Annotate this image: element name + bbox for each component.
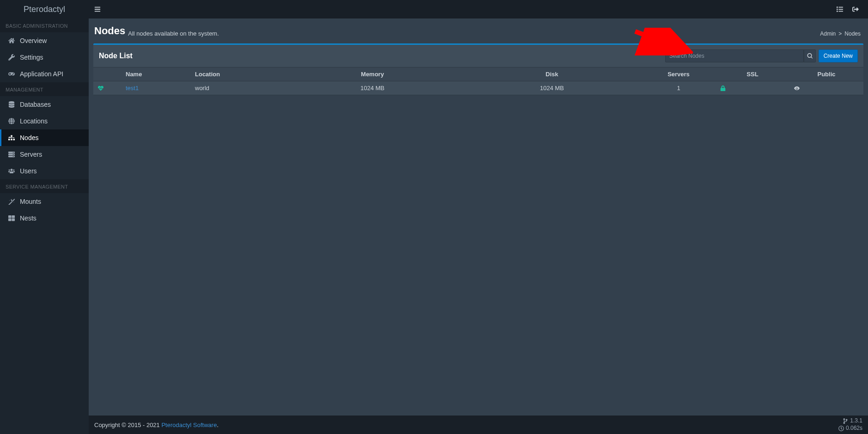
cell-status: [93, 81, 121, 95]
sidebar: BASIC ADMINISTRATION Overview Settings A…: [0, 18, 89, 434]
search-icon: [807, 53, 813, 59]
breadcrumb-sep: >: [838, 31, 842, 37]
footer-right: 1.3.1 0.062s: [838, 417, 862, 432]
sitemap-icon: [8, 134, 15, 141]
list-alt-icon[interactable]: [837, 6, 843, 12]
cell-public: [789, 81, 863, 95]
page-title: Nodes: [94, 25, 125, 37]
sidebar-item-label: Nodes: [20, 134, 38, 141]
heartbeat-icon: [98, 86, 116, 91]
cell-servers: 1: [642, 81, 716, 95]
th-servers: Servers: [642, 67, 716, 81]
table-row: test1 world 1024 MB 1024 MB 1: [93, 81, 863, 95]
sidebar-item-label: Nests: [20, 214, 36, 222]
sidebar-item-locations[interactable]: Locations: [0, 113, 89, 129]
search-input[interactable]: [665, 49, 804, 62]
sidebar-item-label: Overview: [20, 37, 47, 44]
sidebar-item-label: Settings: [20, 54, 43, 61]
cell-disk: 1024 MB: [462, 81, 642, 95]
sidebar-item-settings[interactable]: Settings: [0, 49, 89, 66]
software-link[interactable]: Pterodactyl Software: [161, 422, 217, 428]
lock-icon: [720, 86, 785, 91]
breadcrumb: Admin > Nodes: [820, 31, 862, 37]
clock-icon: [838, 426, 844, 431]
create-new-button[interactable]: Create New: [819, 49, 858, 62]
cell-name: test1: [121, 81, 190, 95]
cell-memory: 1024 MB: [283, 81, 462, 95]
node-link[interactable]: test1: [126, 85, 139, 92]
th-disk: Disk: [462, 67, 642, 81]
copyright-prefix: Copyright © 2015 - 2021: [94, 422, 161, 428]
sidebar-item-users[interactable]: Users: [0, 163, 89, 179]
sidebar-section-management: MANAGEMENT: [0, 82, 89, 96]
content-header: Nodes All nodes available on the system.…: [89, 18, 868, 43]
top-header: Pterodactyl: [0, 0, 868, 18]
top-right-tools: [837, 6, 868, 12]
nodes-table: Name Location Memory Disk Servers SSL Pu…: [93, 67, 863, 95]
period: .: [217, 422, 219, 428]
th-name: Name: [121, 67, 190, 81]
users-icon: [8, 168, 15, 174]
sidebar-section-service: SERVICE MANAGEMENT: [0, 179, 89, 193]
node-list-box: Node List Create New Name Location Memor…: [93, 43, 863, 95]
page-subtitle: All nodes available on the system.: [128, 30, 219, 37]
cell-ssl: [716, 81, 789, 95]
box-header: Node List Create New: [93, 45, 863, 67]
th-status: [93, 67, 121, 81]
version-value: 1.3.1: [850, 417, 862, 425]
gamepad-icon: [8, 71, 15, 77]
cell-location: world: [190, 81, 283, 95]
time-value: 0.062s: [846, 425, 862, 432]
sidebar-item-label: Servers: [20, 151, 42, 158]
sidebar-section-basic: BASIC ADMINISTRATION: [0, 18, 89, 32]
database-icon: [8, 101, 15, 108]
hamburger-icon[interactable]: [94, 6, 101, 12]
brand-name: Pterodactyl: [24, 5, 65, 14]
box-tools: Create New: [665, 49, 858, 62]
footer: Copyright © 2015 - 2021 Pterodactyl Soft…: [89, 416, 868, 434]
th-memory: Memory: [283, 67, 462, 81]
sidebar-item-application-api[interactable]: Application API: [0, 66, 89, 82]
breadcrumb-admin[interactable]: Admin: [820, 31, 836, 37]
sidebar-item-label: Application API: [20, 70, 63, 78]
magic-icon: [8, 198, 15, 205]
sidebar-item-nests[interactable]: Nests: [0, 210, 89, 226]
globe-icon: [8, 118, 15, 124]
search-button[interactable]: [804, 49, 816, 62]
sidebar-item-nodes[interactable]: Nodes: [0, 129, 89, 146]
sidebar-item-servers[interactable]: Servers: [0, 146, 89, 163]
sidebar-item-overview[interactable]: Overview: [0, 32, 89, 49]
content: Node List Create New Name Location Memor…: [89, 43, 868, 95]
home-icon: [8, 37, 15, 44]
sidebar-item-mounts[interactable]: Mounts: [0, 193, 89, 210]
breadcrumb-nodes: Nodes: [844, 31, 861, 37]
logo[interactable]: Pterodactyl: [0, 0, 89, 18]
th-location: Location: [190, 67, 283, 81]
signout-icon[interactable]: [852, 6, 859, 12]
sidebar-item-label: Databases: [20, 101, 51, 108]
wrench-icon: [8, 54, 15, 61]
content-wrap: Nodes All nodes available on the system.…: [89, 18, 868, 416]
sidebar-item-label: Locations: [20, 117, 48, 125]
sidebar-item-label: Mounts: [20, 198, 41, 205]
server-icon: [8, 151, 15, 158]
branch-icon: [843, 418, 848, 424]
sidebar-item-databases[interactable]: Databases: [0, 96, 89, 113]
footer-copyright: Copyright © 2015 - 2021 Pterodactyl Soft…: [94, 422, 219, 428]
eye-icon: [794, 86, 859, 91]
th-ssl: SSL: [716, 67, 789, 81]
th-large-icon: [8, 215, 15, 221]
sidebar-item-label: Users: [20, 167, 37, 175]
th-public: Public: [789, 67, 863, 81]
box-title: Node List: [99, 52, 133, 60]
